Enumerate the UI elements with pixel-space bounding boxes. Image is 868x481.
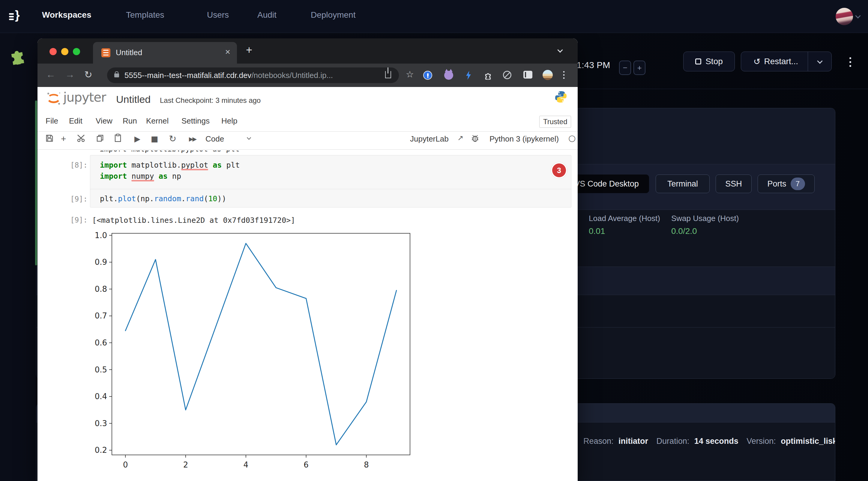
menu-help[interactable]: Help: [221, 116, 237, 126]
svg-text:0.3: 0.3: [95, 419, 107, 428]
extension-1password-icon[interactable]: [423, 71, 432, 80]
add-cell-icon[interactable]: +: [61, 134, 66, 144]
build-meta-row: Reason: initiator Duration: 14 seconds V…: [583, 437, 835, 446]
coder-logo-icon[interactable]: }: [8, 9, 25, 24]
restart-icon: ↺: [753, 57, 760, 67]
run-all-icon[interactable]: ▶▶: [189, 135, 196, 142]
stop-icon: [695, 59, 701, 64]
user-avatar[interactable]: [836, 8, 853, 25]
cell8-prompt: [8]:: [64, 161, 88, 169]
svg-text:0.7: 0.7: [95, 311, 107, 320]
window-minimize-button[interactable]: [61, 48, 68, 55]
ports-button[interactable]: Ports 7: [757, 174, 815, 193]
svg-text:0: 0: [123, 460, 128, 469]
screen: } Workspaces Templates Users Audit Deplo…: [0, 0, 868, 481]
external-link-icon: ↗: [457, 134, 463, 142]
nav-item-users[interactable]: Users: [207, 10, 229, 20]
bookmark-star-icon[interactable]: ☆: [406, 69, 414, 79]
version-label: Version:: [747, 437, 776, 446]
browser-menu-kebab-icon[interactable]: [563, 70, 565, 81]
nav-item-audit[interactable]: Audit: [257, 10, 277, 20]
ssh-button[interactable]: SSH: [716, 174, 752, 193]
extension-cat-icon[interactable]: [444, 71, 453, 80]
ports-count-badge: 7: [790, 178, 805, 190]
copy-icon[interactable]: [96, 134, 104, 142]
new-tab-button[interactable]: +: [246, 44, 252, 56]
workspace-app-puzzle-icon: [7, 43, 31, 66]
save-icon[interactable]: [45, 134, 53, 142]
reason-label: Reason:: [583, 437, 614, 446]
paste-icon[interactable]: [114, 134, 121, 142]
matplotlib-line-chart: 0.20.30.40.50.60.70.80.91.002468: [90, 229, 420, 478]
user-menu-chevron-down-icon[interactable]: [855, 13, 861, 18]
menu-kernel[interactable]: Kernel: [146, 116, 168, 126]
tab-search-chevron-down-icon[interactable]: [557, 47, 563, 53]
svg-text:0.4: 0.4: [95, 392, 107, 401]
svg-text:8: 8: [364, 460, 369, 469]
restart-workspace-button[interactable]: ↺ Restart...: [741, 52, 832, 71]
kernel-name[interactable]: Python 3 (ipykernel): [490, 134, 559, 143]
tab-close-icon[interactable]: ×: [225, 47, 230, 57]
nav-item-workspaces[interactable]: Workspaces: [42, 10, 91, 20]
debugger-bug-icon[interactable]: [471, 134, 479, 142]
load-average-label: Load Average (Host): [589, 214, 660, 223]
run-cell-icon[interactable]: ▶: [134, 134, 141, 143]
cell-type-select[interactable]: Code: [206, 134, 224, 143]
terminal-button[interactable]: Terminal: [656, 174, 710, 193]
forward-icon[interactable]: →: [65, 69, 75, 80]
menu-settings[interactable]: Settings: [182, 116, 210, 126]
duration-label: Duration:: [656, 437, 689, 446]
browser-window: Untitled × + ← → ↻ 5555--main--test--mat…: [37, 38, 578, 481]
lock-icon: [114, 73, 119, 77]
back-icon[interactable]: ←: [46, 69, 56, 80]
cell9-prompt: [9]:: [64, 195, 88, 203]
interrupt-kernel-icon[interactable]: ■: [151, 134, 158, 143]
menu-edit[interactable]: Edit: [69, 116, 83, 126]
open-jupyterlab-link[interactable]: JupyterLab: [410, 134, 449, 143]
kernel-status-circle-icon: ○: [568, 133, 576, 143]
version-value[interactable]: optimistic_liskov9: [781, 437, 835, 446]
reason-value: initiator: [618, 437, 648, 446]
zoom-out-button[interactable]: −: [619, 61, 631, 75]
cut-icon[interactable]: [77, 134, 86, 142]
menu-run[interactable]: Run: [123, 116, 137, 126]
cell9-code-line1: plt.plot(np.random.rand(10)): [100, 193, 226, 204]
cell8-code-line1: import matplotlib.pyplot as plt: [100, 160, 240, 171]
trusted-button[interactable]: Trusted: [539, 116, 571, 128]
cell-type-chevron-down-icon[interactable]: [247, 135, 251, 140]
cell9-input[interactable]: plt.plot(np.random.rand(10)): [90, 189, 571, 207]
browser-tab-strip: Untitled × +: [37, 38, 578, 64]
jupyter-wordmark: jupyter: [63, 90, 106, 105]
url-domain: 5555--main--test--matifali.atif.cdr.dev: [124, 71, 251, 80]
checkpoint-status: Last Checkpoint: 3 minutes ago: [160, 96, 261, 105]
svg-text:1.0: 1.0: [95, 231, 107, 240]
menu-file[interactable]: File: [45, 116, 58, 126]
swap-usage-value: 0.0/2.0: [671, 226, 697, 236]
workspace-more-menu-button[interactable]: [849, 55, 851, 69]
restart-options-chevron-down-icon[interactable]: [817, 58, 823, 64]
restart-kernel-icon[interactable]: ↻: [169, 133, 176, 144]
notification-count-badge[interactable]: 3: [552, 163, 566, 177]
browser-tab-untitled[interactable]: Untitled ×: [93, 42, 237, 64]
python-logo-icon: [554, 90, 568, 104]
zoom-in-button[interactable]: +: [633, 61, 646, 75]
share-icon[interactable]: [385, 71, 391, 78]
reload-icon[interactable]: ↻: [84, 69, 92, 81]
stop-workspace-button[interactable]: Stop: [683, 52, 735, 71]
browser-profile-avatar[interactable]: [542, 70, 553, 80]
extension-blocker-icon[interactable]: [503, 71, 512, 79]
notebook-title[interactable]: Untitled: [116, 94, 151, 105]
extension-lightning-icon[interactable]: [465, 71, 472, 80]
window-maximize-button[interactable]: [73, 48, 80, 55]
extensions-puzzle-icon[interactable]: [485, 71, 493, 80]
duration-value: 14 seconds: [694, 437, 738, 446]
window-close-button[interactable]: [50, 48, 57, 55]
nav-item-deployment[interactable]: Deployment: [311, 10, 355, 20]
cell8-input[interactable]: import matplotlib.pyplot as plt import n…: [90, 155, 571, 191]
address-bar[interactable]: 5555--main--test--matifali.atif.cdr.dev …: [107, 67, 399, 83]
cell9-output-prompt: [9]:: [64, 216, 88, 224]
nav-item-templates[interactable]: Templates: [126, 10, 164, 20]
side-panel-icon[interactable]: [523, 71, 532, 78]
menu-view[interactable]: View: [96, 116, 113, 126]
browser-toolbar: ← → ↻ 5555--main--test--matifali.atif.cd…: [37, 64, 578, 87]
